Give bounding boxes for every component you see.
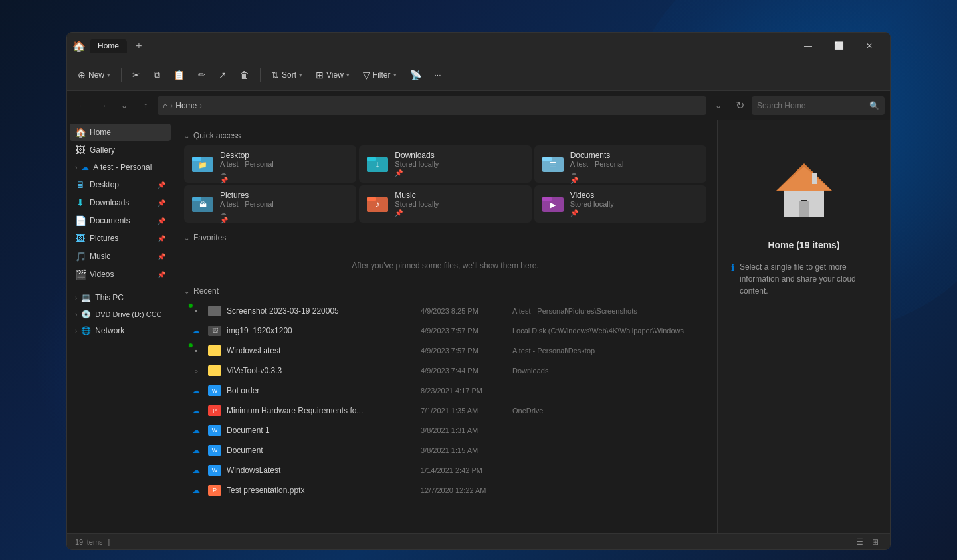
recent-location-1: A test - Personal\Pictures\Screenshots	[512, 307, 701, 315]
pictures-pin-icon: 📌	[158, 235, 165, 242]
cut-button[interactable]: ✂	[127, 64, 146, 86]
sidebar-item-dvd[interactable]: › 💿 DVD Drive (D:) CCC	[70, 306, 171, 322]
recent-name-7: Document 1	[227, 426, 415, 435]
breadcrumb[interactable]: ⌂ › Home ›	[158, 96, 706, 115]
recent-row-9[interactable]: ☁ W WindowsLatest 1/14/2021 2:42 PM	[184, 460, 706, 480]
cut-icon: ✂	[132, 70, 140, 80]
recent-date-8: 3/8/2021 1:15 AM	[421, 446, 507, 454]
share-button[interactable]: ↗	[213, 64, 232, 86]
recent-icon-6: ☁	[189, 404, 203, 417]
sort-icon: ⇅	[271, 70, 279, 80]
recent-row-1[interactable]: ▪ Screenshot 2023-03-19 220005 4/9/2023 …	[184, 301, 706, 321]
recent-row-3[interactable]: ▪ WindowsLatest 4/9/2023 7:57 PM A test …	[184, 341, 706, 361]
recent-date-10: 12/7/2020 12:22 AM	[421, 486, 507, 494]
recent-date-9: 1/14/2021 2:42 PM	[421, 466, 507, 474]
file-thumb-4	[208, 365, 221, 376]
recent-icon-9: ☁	[189, 464, 203, 477]
videos-folder-sub: Stored locally	[570, 200, 614, 208]
recent-name-9: WindowsLatest	[227, 466, 415, 475]
sidebar-item-documents[interactable]: 📄 Documents 📌	[70, 212, 171, 229]
refresh-button[interactable]: ↻	[730, 96, 749, 115]
maximize-button[interactable]: ⬜	[823, 35, 854, 56]
tab-label: Home	[98, 41, 119, 50]
favorites-header[interactable]: ⌄ Favorites	[184, 233, 706, 242]
filter-icon: ▽	[363, 70, 370, 80]
copy-icon: ⧉	[154, 69, 160, 80]
svg-text:↓: ↓	[375, 159, 380, 169]
new-chevron-icon: ▾	[107, 72, 110, 78]
back-button[interactable]: ←	[72, 96, 91, 115]
breadcrumb-separator-1: ›	[170, 101, 173, 110]
sidebar-item-thispc[interactable]: › 💻 This PC	[70, 290, 171, 306]
sidebar-item-network[interactable]: › 🌐 Network	[70, 323, 171, 339]
new-icon: ⊕	[78, 70, 86, 80]
recent-row-5[interactable]: ☁ W Bot order 8/23/2021 4:17 PM	[184, 381, 706, 401]
sort-button[interactable]: ⇅ Sort ▾	[266, 64, 308, 86]
desktop-folder-sub: A test - Personal	[220, 160, 274, 168]
minimize-button[interactable]: —	[793, 35, 823, 56]
dropdown-button[interactable]: ⌄	[115, 96, 134, 115]
folder-card-pictures[interactable]: 🏔 Pictures A test - Personal ☁ 📌	[184, 185, 356, 223]
sidebar-personal-label: A test - Personal	[93, 163, 152, 172]
recent-row-7[interactable]: ☁ W Document 1 3/8/2021 1:31 AM	[184, 420, 706, 440]
file-thumb-3	[208, 345, 221, 356]
recent-header[interactable]: ⌄ Recent	[184, 286, 706, 296]
videos-folder-icon: ▶	[541, 192, 565, 216]
up-button[interactable]: ↑	[136, 96, 155, 115]
window-tab[interactable]: Home	[90, 39, 127, 53]
grid-view-button[interactable]: ⊞	[869, 535, 882, 549]
recent-row-6[interactable]: ☁ P Minimum Hardware Requirements fo... …	[184, 401, 706, 420]
recent-location-4: Downloads	[512, 367, 701, 375]
recent-icon-8: ☁	[189, 444, 203, 457]
paste-button[interactable]: 📋	[168, 64, 190, 86]
thispc-icon: 💻	[81, 293, 91, 302]
sidebar-pictures-label: Pictures	[90, 234, 118, 243]
more-button[interactable]: ···	[429, 64, 447, 86]
quick-access-chevron-icon: ⌄	[184, 132, 189, 140]
sidebar-item-downloads[interactable]: ⬇ Downloads 📌	[70, 194, 171, 211]
folder-card-downloads[interactable]: ↓ Downloads Stored locally 📌	[359, 145, 531, 183]
breadcrumb-expand-button[interactable]: ⌄	[709, 96, 728, 115]
search-input[interactable]	[757, 101, 865, 110]
sidebar-item-home[interactable]: 🏠 Home	[70, 124, 171, 141]
svg-text:♪: ♪	[375, 199, 380, 209]
cast-button[interactable]: 📡	[405, 64, 427, 86]
view-button[interactable]: ⊞ View ▾	[310, 64, 355, 86]
recent-row-2[interactable]: ☁ 🖼 img19_1920x1200 4/9/2023 7:57 PM Loc…	[184, 321, 706, 341]
tab-add-button[interactable]: +	[130, 37, 148, 55]
recent-list: ▪ Screenshot 2023-03-19 220005 4/9/2023 …	[184, 301, 706, 500]
sidebar-item-desktop[interactable]: 🖥 Desktop 📌	[70, 176, 171, 193]
sidebar-item-music[interactable]: 🎵 Music 📌	[70, 248, 171, 265]
folder-card-music[interactable]: ♪ Music Stored locally 📌	[359, 185, 531, 223]
folder-card-documents[interactable]: ☰ Documents A test - Personal ☁ 📌	[534, 145, 706, 183]
sidebar-item-a-test-personal[interactable]: › ☁ A test - Personal	[70, 159, 171, 175]
favorites-chevron-icon: ⌄	[184, 234, 189, 242]
search-icon: 🔍	[869, 101, 879, 110]
list-view-button[interactable]: ☰	[853, 535, 866, 549]
file-thumb-2: 🖼	[208, 326, 221, 336]
rename-button[interactable]: ✏	[193, 64, 211, 86]
videos-folder-info: Videos Stored locally 📌	[570, 191, 614, 217]
new-button[interactable]: ⊕ New ▾	[72, 64, 116, 86]
copy-button[interactable]: ⧉	[148, 64, 165, 86]
search-box[interactable]: 🔍	[752, 96, 885, 115]
sidebar-item-pictures[interactable]: 🖼 Pictures 📌	[70, 230, 171, 247]
view-chevron-icon: ▾	[346, 72, 350, 78]
filter-button[interactable]: ▽ Filter ▾	[358, 64, 402, 86]
forward-button[interactable]: →	[94, 96, 112, 115]
rename-icon: ✏	[198, 70, 205, 80]
recent-row-8[interactable]: ☁ W Document 3/8/2021 1:15 AM	[184, 440, 706, 460]
delete-button[interactable]: 🗑	[235, 64, 255, 86]
close-button[interactable]: ✕	[854, 35, 885, 56]
recent-row-4[interactable]: ○ ViVeTool-v0.3.3 4/9/2023 7:44 PM Downl…	[184, 361, 706, 381]
folder-card-videos[interactable]: ▶ Videos Stored locally 📌	[534, 185, 706, 223]
svg-text:▶: ▶	[550, 201, 556, 209]
toolbar-separator-2	[260, 68, 261, 82]
sidebar-item-gallery[interactable]: 🖼 Gallery	[70, 141, 171, 159]
sidebar-item-videos[interactable]: 🎬 Videos 📌	[70, 266, 171, 283]
quick-access-header[interactable]: ⌄ Quick access	[184, 131, 706, 140]
folder-card-desktop[interactable]: 📁 Desktop A test - Personal ☁ 📌	[184, 145, 356, 183]
view-controls: ☰ ⊞	[853, 535, 882, 549]
recent-row-10[interactable]: ☁ P Test presentation.pptx 12/7/2020 12:…	[184, 480, 706, 500]
panel-info-text: Select a single file to get more informa…	[740, 261, 877, 297]
